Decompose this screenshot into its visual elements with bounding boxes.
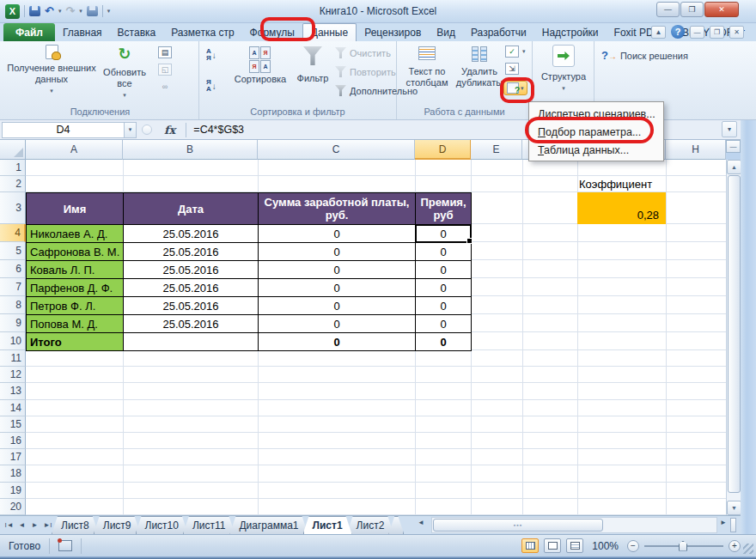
properties-icon[interactable]: ◱: [158, 64, 172, 76]
sheet-tab-list2[interactable]: Лист2: [347, 516, 394, 534]
macro-record-icon[interactable]: [58, 540, 72, 551]
cell-b8[interactable]: 25.05.2016: [124, 297, 259, 315]
horizontal-scrollbar[interactable]: ▪▪▪: [431, 517, 717, 533]
ribbon-close-button[interactable]: ✕: [729, 26, 744, 39]
view-page-layout-button[interactable]: [544, 538, 561, 553]
column-header-h[interactable]: H: [666, 140, 726, 160]
cell-b9[interactable]: 25.05.2016: [124, 315, 259, 333]
cell-d6[interactable]: 0: [416, 261, 472, 279]
row-header-2[interactable]: 2: [0, 176, 26, 192]
row-header-19[interactable]: 19: [0, 483, 26, 499]
cell-c10-total[interactable]: 0: [259, 333, 416, 351]
row-header-13[interactable]: 13: [0, 383, 26, 399]
sheet-tab-list11[interactable]: Лист11: [183, 516, 235, 534]
row-header-1[interactable]: 1: [0, 160, 26, 176]
cell-c8[interactable]: 0: [259, 297, 416, 315]
window-resize-grip[interactable]: [743, 544, 753, 554]
cell-d10-total[interactable]: 0: [416, 333, 472, 351]
tab-addins[interactable]: Надстройки: [534, 24, 607, 41]
row-header-9[interactable]: 9: [0, 314, 26, 332]
ribbon-restore-button[interactable]: ❐: [710, 26, 724, 39]
text-to-columns-button[interactable]: Текст по столбцам: [400, 46, 454, 88]
salary-table[interactable]: Имя Дата Сумма заработной платы, руб. Пр…: [26, 192, 472, 351]
column-header-a[interactable]: A: [26, 140, 123, 160]
zoom-out-icon[interactable]: −: [627, 540, 639, 552]
tab-home[interactable]: Главная: [55, 24, 110, 41]
cell-a5[interactable]: Сафронова В. М.: [27, 243, 124, 261]
data-validation-button[interactable]: ✓▾: [505, 46, 526, 58]
tab-scroll-right-icon[interactable]: ►: [720, 519, 727, 526]
tab-file[interactable]: Файл: [3, 23, 55, 41]
cell-c7[interactable]: 0: [259, 279, 416, 297]
tab-scroll-left-icon[interactable]: ◄: [418, 519, 424, 526]
cell-d8[interactable]: 0: [416, 297, 472, 315]
zoom-slider[interactable]: [644, 545, 723, 547]
next-sheet-icon[interactable]: ►: [29, 519, 40, 532]
view-page-break-button[interactable]: [566, 538, 583, 553]
structure-button[interactable]: Структура ▾: [540, 45, 588, 94]
cell-a8[interactable]: Петров Ф. Л.: [27, 297, 124, 315]
cell-c9[interactable]: 0: [259, 315, 416, 333]
vertical-scrollbar-thumb[interactable]: [728, 175, 741, 493]
row-header-8[interactable]: 8: [0, 296, 26, 314]
coefficient-cell[interactable]: 0,28: [577, 192, 666, 224]
refresh-all-button[interactable]: ↻ Обновить все ▾: [98, 45, 151, 100]
help-icon[interactable]: ?: [671, 25, 685, 39]
minimize-button[interactable]: —: [656, 2, 680, 17]
cell-d5[interactable]: 0: [416, 243, 472, 261]
cell-c5[interactable]: 0: [259, 243, 416, 261]
last-sheet-icon[interactable]: ►Ι: [42, 519, 53, 532]
coefficient-label[interactable]: Коэффициент: [577, 176, 666, 192]
row-header-20[interactable]: 20: [0, 499, 26, 515]
zoom-in-icon[interactable]: +: [729, 540, 741, 552]
row-header-18[interactable]: 18: [0, 465, 26, 482]
view-normal-button[interactable]: [521, 538, 539, 553]
collapse-ribbon-icon[interactable]: ▲: [651, 26, 666, 39]
get-external-data-button[interactable]: Получение внешних данных ▾: [7, 45, 96, 96]
table-header-date[interactable]: Дата: [124, 193, 259, 225]
cell-c6[interactable]: 0: [259, 261, 416, 279]
close-button[interactable]: ✕: [704, 2, 739, 17]
table-header-bonus[interactable]: Премия, руб: [416, 193, 472, 225]
scroll-down-icon[interactable]: ▼: [727, 501, 741, 515]
name-box[interactable]: D4: [2, 122, 125, 138]
sheet-tab-list1[interactable]: Лист1: [303, 516, 352, 534]
filter-button[interactable]: Фильтр: [292, 46, 333, 84]
consolidate-button[interactable]: ⇲: [505, 63, 519, 75]
cell-b6[interactable]: 25.05.2016: [124, 261, 259, 279]
select-all-corner[interactable]: [0, 140, 26, 160]
cell-b10[interactable]: [124, 333, 259, 351]
sheet-tab-list8[interactable]: Лист8: [52, 516, 99, 534]
connection-properties-icon[interactable]: ▤: [158, 46, 172, 58]
cell-d7[interactable]: 0: [416, 279, 472, 297]
row-header-11[interactable]: 11: [0, 350, 26, 367]
ribbon-minimize-button[interactable]: —: [690, 26, 704, 39]
cell-b5[interactable]: 25.05.2016: [124, 243, 259, 261]
sort-ascending-icon[interactable]: АЯ↓: [206, 48, 216, 62]
row-header-5[interactable]: 5: [0, 242, 26, 260]
tab-insert[interactable]: Вставка: [110, 24, 164, 41]
tab-splitter-handle[interactable]: [730, 518, 736, 532]
row-header-4[interactable]: 4: [0, 224, 26, 242]
row-header-7[interactable]: 7: [0, 278, 26, 296]
scroll-up-icon[interactable]: ▲: [727, 160, 741, 174]
sheet-tab-partial[interactable]: [388, 516, 404, 534]
tab-developer[interactable]: Разработчи: [463, 24, 534, 41]
cell-a7[interactable]: Парфенов Д. Ф.: [27, 279, 124, 297]
zoom-slider-thumb[interactable]: [679, 541, 687, 551]
row-header-10[interactable]: 10: [0, 332, 26, 350]
first-sheet-icon[interactable]: Ι◄: [3, 519, 15, 532]
table-header-name[interactable]: Имя: [27, 193, 124, 225]
formula-input[interactable]: =C4*$G$3: [193, 124, 244, 136]
expand-formula-bar-icon[interactable]: ▾: [722, 121, 737, 137]
horizontal-scrollbar-thumb[interactable]: ▪▪▪: [433, 519, 603, 532]
tab-page-layout[interactable]: Разметка стр: [163, 24, 241, 41]
row-header-3[interactable]: 3: [0, 192, 26, 224]
sheet-tab-list10[interactable]: Лист10: [136, 516, 188, 534]
sort-button[interactable]: АЯЯА Сортировка: [229, 46, 292, 85]
column-header-d[interactable]: D: [415, 140, 471, 160]
column-header-b[interactable]: B: [123, 140, 258, 160]
active-cell-d4[interactable]: [415, 224, 472, 243]
tab-review[interactable]: Рецензиров: [357, 24, 429, 41]
menu-item-data-table[interactable]: Таблица данных...: [529, 141, 663, 159]
